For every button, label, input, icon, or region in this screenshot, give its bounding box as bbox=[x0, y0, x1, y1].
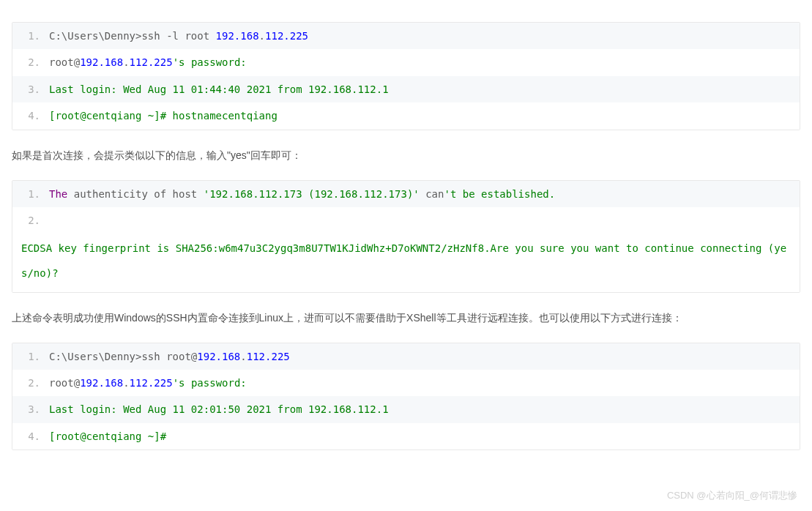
line-number: 4. bbox=[20, 102, 49, 129]
code-continuation: ECDSA key fingerprint is SHA256:w6m47u3C… bbox=[12, 234, 800, 291]
line-content: C:\Users\Denny>ssh root@192.168.112.225 bbox=[49, 343, 792, 370]
line-content: root@192.168.112.225's password: bbox=[49, 370, 792, 396]
code-line: 3.Last login: Wed Aug 11 01:44:40 2021 f… bbox=[12, 76, 800, 102]
code-block-1: 1.C:\Users\Denny>ssh -l root 192.168.112… bbox=[12, 22, 800, 130]
code-line: 2.root@192.168.112.225's password: bbox=[12, 370, 800, 396]
line-content: Last login: Wed Aug 11 01:44:40 2021 fro… bbox=[49, 76, 792, 102]
code-line: 1.The authenticity of host '192.168.112.… bbox=[12, 181, 800, 207]
line-number: 2. bbox=[20, 370, 49, 396]
line-number: 1. bbox=[20, 181, 49, 207]
code-line: 2.root@192.168.112.225's password: bbox=[12, 49, 800, 75]
code-line: 1.C:\Users\Denny>ssh -l root 192.168.112… bbox=[12, 23, 800, 49]
paragraph-2: 上述命令表明成功使用Windows的SSH内置命令连接到Linux上，进而可以不… bbox=[12, 307, 800, 328]
code-line: 1.C:\Users\Denny>ssh root@192.168.112.22… bbox=[12, 343, 800, 370]
line-number: 2. bbox=[20, 49, 49, 75]
line-content: [root@centqiang ~]# hostnamecentqiang bbox=[49, 102, 792, 129]
line-content: Last login: Wed Aug 11 02:01:50 2021 fro… bbox=[49, 396, 792, 422]
code-line: 4.[root@centqiang ~]# hostnamecentqiang bbox=[12, 102, 800, 129]
line-number: 3. bbox=[20, 76, 49, 102]
line-number: 2. bbox=[20, 207, 49, 234]
code-line: 3.Last login: Wed Aug 11 02:01:50 2021 f… bbox=[12, 396, 800, 422]
line-content: C:\Users\Denny>ssh -l root 192.168.112.2… bbox=[49, 23, 792, 49]
code-block-2: 1.The authenticity of host '192.168.112.… bbox=[12, 180, 800, 293]
line-content: The authenticity of host '192.168.112.17… bbox=[49, 181, 792, 207]
code-line: 2. bbox=[12, 207, 800, 234]
line-number: 3. bbox=[20, 396, 49, 422]
line-content: [root@centqiang ~]# bbox=[49, 423, 792, 450]
paragraph-1: 如果是首次连接，会提示类似以下的信息，输入"yes"回车即可： bbox=[12, 145, 800, 165]
line-content: root@192.168.112.225's password: bbox=[49, 49, 792, 75]
line-number: 1. bbox=[20, 23, 49, 49]
line-number: 4. bbox=[20, 423, 49, 450]
code-block-3: 1.C:\Users\Denny>ssh root@192.168.112.22… bbox=[12, 343, 800, 451]
code-line: 4.[root@centqiang ~]# bbox=[12, 423, 800, 450]
line-number: 1. bbox=[20, 343, 49, 370]
